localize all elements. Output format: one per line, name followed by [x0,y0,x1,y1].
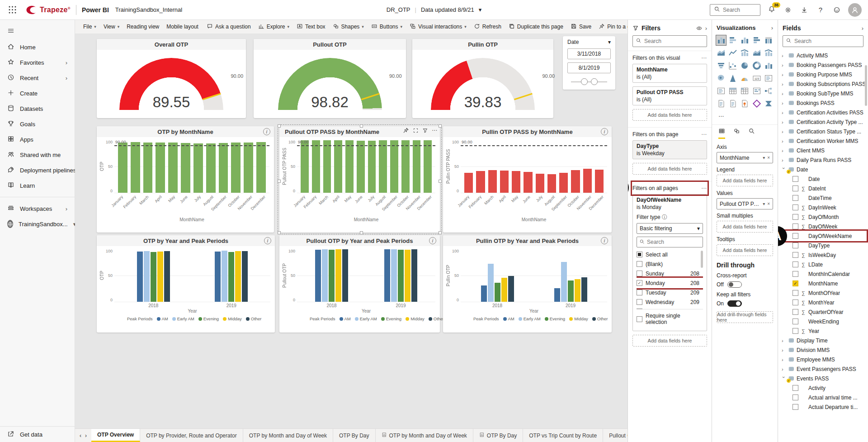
resize-handle[interactable] [360,124,363,128]
toolbar-view[interactable]: View▾ [100,21,123,33]
filter-option-tuesday[interactable]: Tuesday209 [637,288,703,297]
bar-july[interactable] [536,174,544,193]
field-table-division-mms[interactable]: ›Division MMS [782,345,866,355]
add-drill-through-dropzone[interactable]: Add drill-through fields here [717,311,773,323]
bar-evening[interactable] [568,280,574,302]
field-pill-monthname[interactable]: MonthName▾× [717,152,773,163]
field-table-activity-mms[interactable]: ›Activity MMS [782,51,866,60]
sidebar-item-apps[interactable]: Apps [0,132,75,147]
more-options-icon[interactable]: ⋯ [432,127,437,133]
sidebar-item-current-workspace[interactable]: TrainingSandbox... ▾ [0,216,75,232]
chevron-down-icon[interactable]: ▾ [479,6,482,13]
field-item-actual-arrival-time[interactable]: Actual arrival time ... [782,393,866,402]
resize-handle[interactable] [360,231,363,234]
legend-entry-early-am[interactable]: Early AM [355,316,377,321]
sidebar-item-deployment-pipelines[interactable]: Deployment pipelines [0,162,75,178]
feedback-smiley-button[interactable] [832,5,842,15]
legend-entry-evening[interactable]: Evening [545,316,565,321]
filter-card-daytype[interactable]: DayTypeis Weekday [632,140,707,159]
bar-october[interactable] [571,170,580,193]
bar-other[interactable] [508,276,514,302]
visual-type-clustered-column-icon[interactable] [739,35,750,46]
field-checkbox[interactable] [793,195,798,201]
field-checkbox[interactable] [793,223,798,229]
sidebar-item-workspaces[interactable]: Workspaces › [0,201,75,216]
bar-other[interactable] [411,249,417,302]
chevron-expanded-icon[interactable]: › [781,376,787,381]
field-table-date[interactable]: ›✓Date [782,165,866,174]
eye-icon[interactable] [696,25,703,32]
bar-august[interactable] [379,140,387,193]
field-table-events-pass[interactable]: ›✓Events PASS [782,374,866,383]
date-range-slicer[interactable]: Date ▾ 3/11/2018 8/1/2019 [563,36,615,90]
field-item-monthofyear[interactable]: ∑MonthOfYear [782,288,866,298]
chevron-collapsed-icon[interactable]: › [782,110,786,115]
resize-handle[interactable] [439,231,442,234]
viz-tab-format[interactable] [733,128,740,139]
field-item-ldate[interactable]: ∑LDate [782,260,866,269]
filter-option-monday[interactable]: Monday208C [637,278,703,288]
collapse-pane-icon[interactable]: › [862,25,863,32]
download-button[interactable] [799,5,809,15]
fields-scrollbar[interactable] [865,65,867,106]
toolbar-ask-a-question[interactable]: Ask a question [203,21,255,33]
legend-entry-midday[interactable]: Midday [406,316,425,321]
field-item-dayinweek[interactable]: ∑DayInWeek [782,203,866,212]
visual-type-multi-row-card-icon[interactable] [763,73,774,84]
field-table-event-passengers-pass[interactable]: ›Event Passengers PASS [782,364,866,374]
chevron-collapsed-icon[interactable]: › [782,357,786,362]
info-icon[interactable]: i [601,128,608,135]
legend-entry-midday[interactable]: Midday [223,316,242,321]
chevron-collapsed-icon[interactable]: › [782,91,786,96]
bar-october[interactable] [231,143,241,193]
field-checkbox[interactable] [793,176,798,182]
date-range-slider[interactable] [567,77,611,86]
resize-handle[interactable] [278,231,281,234]
resize-handle[interactable] [278,180,281,183]
filter-option-wednesday[interactable]: Wednesday209 [637,297,703,307]
field-checkbox[interactable] [793,214,798,220]
field-checkbox[interactable] [793,185,798,191]
bar-august[interactable] [206,143,216,193]
visual-type-stacked-column-icon[interactable] [716,35,726,46]
sidebar-item-favorites[interactable]: Favorites› [0,55,75,70]
chevron-collapsed-icon[interactable]: › [782,347,786,353]
bar-february[interactable] [312,140,320,193]
bar-december[interactable] [256,142,266,193]
toolbar-duplicate-this-page[interactable]: Duplicate this page [505,21,567,33]
chevron-collapsed-icon[interactable]: › [782,81,786,87]
field-table-bookings-pass[interactable]: ›Bookings PASS [782,98,866,108]
bar-midday[interactable] [235,251,241,302]
visual-type-arcgis-map-icon[interactable] [739,98,750,109]
bar-am[interactable] [137,252,143,302]
field-table-booking-subtype-mms[interactable]: ›Booking SubType MMS [782,89,866,98]
global-search[interactable] [710,4,760,16]
visual-type-combo-icon[interactable] [739,48,750,58]
field-pill-pullout-otp-pass[interactable]: Pullout OTP PASS▾× [717,198,773,209]
add-data-fields-dropzone[interactable]: Add data fields here [717,175,773,186]
filter-option-thursday[interactable]: Thursday209 [637,307,703,309]
more-options-icon[interactable]: ⋯ [701,185,707,191]
filter-card-dayofweekname[interactable]: DayOfWeekNameis MondayFilter type ⓘBasic… [632,194,707,331]
chart-pullin-otp-pass-by-monthname[interactable]: iPullin OTP PASS by MonthName Pullin OTP… [443,126,612,233]
field-checkbox[interactable] [793,318,798,324]
filter-option-sunday[interactable]: Sunday208 [637,269,703,278]
field-table-certification-activity-type[interactable]: ›Certification Activity Type ... [782,117,866,127]
sidebar-item-create[interactable]: Create [0,86,75,101]
field-checkbox[interactable] [793,404,798,410]
bar-november[interactable] [583,169,592,193]
global-search-input[interactable] [723,7,755,13]
field-item-date[interactable]: Date [782,174,866,184]
notifications-button[interactable]: 36 [767,5,777,15]
visual-type-decomposition-tree-icon[interactable] [763,86,774,96]
chevron-collapsed-icon[interactable]: › [782,119,786,125]
slider-handle-start[interactable] [581,78,588,85]
bar-other[interactable] [581,277,587,302]
filter-list-scrollbar[interactable] [701,251,703,268]
filter-option-blank[interactable]: (Blank) [637,259,703,269]
tab-scroll-right-icon[interactable]: › [85,432,87,439]
bar-september[interactable] [559,173,568,193]
info-icon[interactable]: i [264,237,271,244]
field-item-activity[interactable]: Activity [782,383,866,393]
bar-february[interactable] [131,142,140,193]
